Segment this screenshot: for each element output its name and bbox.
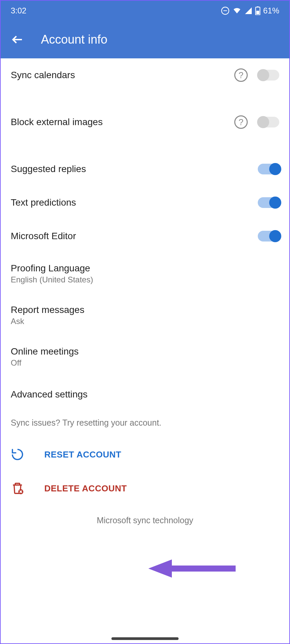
label-advanced-settings: Advanced settings — [11, 389, 279, 400]
svg-rect-1 — [257, 6, 258, 7]
label-sync-calendars: Sync calendars — [11, 70, 234, 80]
nav-bar[interactable] — [111, 637, 179, 640]
delete-account-button[interactable]: DELETE ACCOUNT — [1, 471, 289, 505]
label-microsoft-editor: Microsoft Editor — [11, 231, 258, 241]
do-not-disturb-icon — [221, 6, 230, 15]
page-title: Account info — [41, 33, 107, 47]
label-online-meetings: Online meetings — [11, 346, 279, 357]
toggle-suggested-replies[interactable] — [258, 164, 279, 174]
label-proofing-language: Proofing Language — [11, 263, 279, 274]
status-indicators: 61% — [221, 6, 279, 15]
sync-hint: Sync issues? Try resetting your account. — [1, 411, 289, 438]
toggle-microsoft-editor[interactable] — [258, 231, 279, 241]
reset-icon — [11, 448, 24, 461]
battery-percent: 61% — [263, 6, 279, 15]
row-block-external-images[interactable]: Block external images ? — [1, 105, 289, 139]
label-suggested-replies: Suggested replies — [11, 164, 258, 174]
arrow-back-icon — [11, 33, 24, 46]
label-text-predictions: Text predictions — [11, 197, 258, 208]
value-online-meetings: Off — [11, 358, 279, 368]
row-text-predictions[interactable]: Text predictions — [1, 186, 289, 219]
reset-account-label: RESET ACCOUNT — [44, 449, 121, 460]
help-icon[interactable]: ? — [234, 115, 248, 129]
row-proofing-language[interactable]: Proofing Language English (United States… — [1, 253, 289, 294]
trash-icon — [11, 481, 24, 495]
reset-account-button[interactable]: RESET ACCOUNT — [1, 438, 289, 471]
value-report-messages: Ask — [11, 317, 279, 326]
status-bar: 3:02 61% — [1, 1, 289, 21]
label-report-messages: Report messages — [11, 305, 279, 315]
toggle-block-external-images[interactable] — [258, 117, 279, 127]
row-online-meetings[interactable]: Online meetings Off — [1, 336, 289, 378]
annotation-arrow — [148, 557, 236, 580]
row-report-messages[interactable]: Report messages Ask — [1, 294, 289, 336]
status-time: 3:02 — [11, 6, 27, 15]
battery-icon — [255, 6, 260, 15]
signal-icon — [244, 7, 252, 15]
back-button[interactable] — [11, 33, 24, 46]
toggle-text-predictions[interactable] — [258, 197, 279, 208]
footer-text: Microsoft sync technology — [1, 505, 289, 539]
label-block-external-images: Block external images — [11, 117, 234, 127]
row-microsoft-editor[interactable]: Microsoft Editor — [1, 219, 289, 253]
help-icon[interactable]: ? — [234, 68, 248, 82]
delete-account-label: DELETE ACCOUNT — [44, 483, 127, 494]
app-bar: Account info — [1, 21, 289, 58]
row-sync-calendars[interactable]: Sync calendars ? — [1, 58, 289, 92]
value-proofing-language: English (United States) — [11, 275, 279, 284]
toggle-sync-calendars[interactable] — [258, 70, 279, 80]
settings-list: Sync calendars ? Block external images ?… — [1, 58, 289, 539]
svg-rect-2 — [256, 11, 259, 14]
row-advanced-settings[interactable]: Advanced settings — [1, 378, 289, 411]
row-suggested-replies[interactable]: Suggested replies — [1, 152, 289, 186]
wifi-icon — [232, 7, 242, 15]
